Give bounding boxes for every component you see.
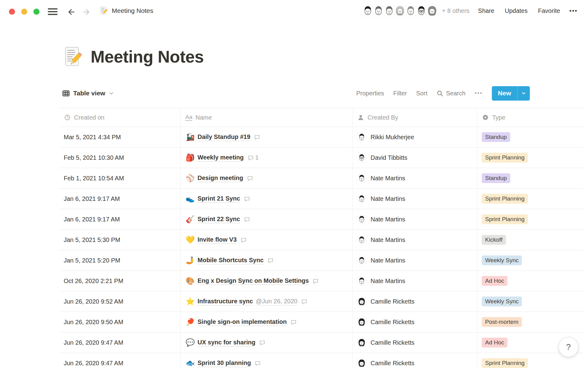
page-name-link[interactable]: Sprint 21 Sync	[198, 195, 240, 203]
created-by-cell[interactable]: David Tibbitts	[352, 148, 477, 168]
table-row[interactable]: Jun 26, 2020 9:50 AM 🏓 Single sign-on im…	[59, 312, 583, 332]
table-row[interactable]: Feb 1, 2021 10:54 AM ⚾ Design meeting Na…	[59, 168, 583, 189]
created-on-cell[interactable]: Jan 6, 2021 9:17 AM	[59, 209, 181, 229]
sort-button[interactable]: Sort	[416, 90, 428, 97]
created-by-cell[interactable]: Nate Martins	[352, 250, 477, 270]
search-button[interactable]: Search	[436, 90, 465, 97]
date-mention[interactable]: @Jun 26, 2020	[256, 298, 297, 305]
filter-button[interactable]: Filter	[393, 90, 407, 97]
column-header-created-on[interactable]: Created on	[59, 108, 181, 127]
help-button[interactable]: ?	[559, 337, 578, 357]
new-dropdown-icon[interactable]	[517, 86, 530, 101]
properties-button[interactable]: Properties	[356, 90, 384, 97]
created-on-cell[interactable]: Jan 6, 2021 9:17 AM	[59, 189, 181, 209]
created-on-cell[interactable]: Oct 26, 2020 2:21 PM	[59, 271, 181, 291]
column-header-type[interactable]: Type	[477, 108, 583, 127]
type-cell[interactable]: Sprint Planning	[477, 148, 583, 168]
page-name-link[interactable]: Sprint 30 planning	[198, 359, 251, 367]
page-name-link[interactable]: Infrastructure sync	[198, 298, 253, 305]
name-cell[interactable]: 🏓 Single sign-on implementation	[181, 312, 352, 332]
updates-button[interactable]: Updates	[505, 7, 528, 14]
table-row[interactable]: Jun 26, 2020 9:52 AM ⭐ Infrastructure sy…	[59, 291, 583, 312]
page-name-link[interactable]: Single sign-on implementation	[198, 318, 287, 326]
table-row[interactable]: Jan 5, 2021 5:20 PM 🤳 Mobile Shortcuts S…	[59, 250, 583, 271]
page-name-link[interactable]: Eng x Design Sync on Mobile Settings	[198, 277, 309, 285]
page-name-link[interactable]: UX sync for sharing	[198, 339, 255, 347]
name-cell[interactable]: 🎨 Eng x Design Sync on Mobile Settings	[181, 271, 352, 291]
created-by-cell[interactable]: Camille Ricketts	[352, 312, 477, 332]
collaborators-others-label[interactable]: + 8 others	[442, 7, 469, 14]
type-cell[interactable]: Weekly Sync	[477, 291, 583, 312]
type-cell[interactable]: Sprint Planning	[477, 209, 583, 229]
name-cell[interactable]: ⚾ Design meeting	[181, 168, 352, 188]
name-cell[interactable]: 🐟 Sprint 30 planning	[181, 353, 352, 368]
table-row[interactable]: Feb 5, 2021 10:30 AM 🎒 Weekly meeting 1 …	[59, 148, 583, 168]
column-header-name[interactable]: Aa Name	[181, 108, 352, 127]
table-row[interactable]: Jun 26, 2020 9:47 AM 🐟 Sprint 30 plannin…	[59, 353, 583, 368]
table-row[interactable]: Jan 6, 2021 9:17 AM 🎸 Sprint 22 Sync Nat…	[59, 209, 583, 230]
name-cell[interactable]: 🎒 Weekly meeting 1	[181, 148, 352, 168]
created-by-cell[interactable]: Nate Martins	[352, 209, 477, 229]
table-row[interactable]: Oct 26, 2020 2:21 PM 🎨 Eng x Design Sync…	[59, 271, 583, 291]
created-by-cell[interactable]: Camille Ricketts	[352, 291, 477, 312]
zoom-window-button[interactable]	[33, 9, 40, 15]
table-row[interactable]: Mar 5, 2021 4:34 PM 🚂 Daily Standup #19 …	[59, 127, 583, 148]
created-on-cell[interactable]: Jan 5, 2021 5:20 PM	[59, 250, 181, 270]
created-by-cell[interactable]: Camille Ricketts	[352, 332, 477, 353]
page-name-link[interactable]: Design meeting	[198, 174, 243, 182]
created-on-cell[interactable]: Jun 26, 2020 9:47 AM	[59, 332, 181, 353]
minimize-window-button[interactable]	[21, 9, 27, 15]
created-on-cell[interactable]: Jun 26, 2020 9:47 AM	[59, 353, 181, 368]
new-button-label[interactable]: New	[492, 86, 517, 101]
more-options-icon[interactable]: •••	[569, 7, 578, 14]
share-button[interactable]: Share	[478, 7, 494, 14]
type-cell[interactable]: Post-mortem	[477, 312, 583, 332]
created-by-cell[interactable]: Camille Ricketts	[352, 353, 477, 368]
view-switcher[interactable]: Table view	[62, 86, 114, 101]
type-cell[interactable]: Standup	[477, 168, 583, 188]
favorite-button[interactable]: Favorite	[538, 7, 560, 14]
created-on-cell[interactable]: Mar 5, 2021 4:34 PM	[59, 127, 181, 147]
table-row[interactable]: Jun 26, 2020 9:47 AM 💬 UX sync for shari…	[59, 332, 583, 353]
collaborator-avatars[interactable]	[361, 4, 439, 17]
name-cell[interactable]: 🤳 Mobile Shortcuts Sync	[181, 250, 352, 270]
page-name-link[interactable]: Invite flow V3	[198, 236, 237, 244]
page-name-link[interactable]: Daily Standup #19	[198, 133, 250, 141]
created-on-cell[interactable]: Feb 5, 2021 10:30 AM	[59, 148, 181, 168]
table-row[interactable]: Jan 5, 2021 5:30 PM 💛 Invite flow V3 Nat…	[59, 230, 583, 250]
page-name-link[interactable]: Sprint 22 Sync	[198, 216, 240, 223]
name-cell[interactable]: 💬 UX sync for sharing	[181, 332, 352, 353]
created-by-cell[interactable]: Rikki Mukherjee	[352, 127, 477, 147]
created-by-cell[interactable]: Nate Martins	[352, 230, 477, 250]
type-cell[interactable]: Kickoff	[477, 230, 583, 250]
created-on-cell[interactable]: Jan 5, 2021 5:30 PM	[59, 230, 181, 250]
column-header-created-by[interactable]: Created By	[352, 108, 477, 127]
forward-arrow-icon[interactable]	[82, 7, 91, 17]
collaborator-avatar[interactable]	[425, 4, 439, 17]
sidebar-menu-icon[interactable]	[48, 8, 58, 17]
created-by-cell[interactable]: Nate Martins	[352, 271, 477, 291]
created-by-cell[interactable]: Nate Martins	[352, 189, 477, 209]
name-cell[interactable]: 🎸 Sprint 22 Sync	[181, 209, 352, 229]
name-cell[interactable]: 🚂 Daily Standup #19	[181, 127, 352, 147]
breadcrumb[interactable]: Meeting Notes	[99, 6, 153, 15]
type-cell[interactable]: Sprint Planning	[477, 189, 583, 209]
page-name-link[interactable]: Mobile Shortcuts Sync	[198, 257, 264, 264]
type-cell[interactable]: Weekly Sync	[477, 250, 583, 270]
page-name-link[interactable]: Weekly meeting	[198, 154, 244, 162]
type-cell[interactable]: Standup	[477, 127, 583, 147]
table-row[interactable]: Jan 6, 2021 9:17 AM 👟 Sprint 21 Sync Nat…	[59, 189, 583, 209]
page-title[interactable]: Meeting Notes	[91, 47, 204, 67]
new-button[interactable]: New	[492, 86, 530, 101]
back-arrow-icon[interactable]	[67, 7, 76, 17]
type-cell[interactable]: Ad Hoc	[477, 271, 583, 291]
view-options-icon[interactable]: •••	[475, 90, 483, 97]
created-on-cell[interactable]: Jun 26, 2020 9:52 AM	[59, 291, 181, 312]
close-window-button[interactable]	[9, 9, 15, 15]
name-cell[interactable]: 💛 Invite flow V3	[181, 230, 352, 250]
created-on-cell[interactable]: Jun 26, 2020 9:50 AM	[59, 312, 181, 332]
name-cell[interactable]: ⭐ Infrastructure sync @Jun 26, 2020	[181, 291, 352, 312]
created-on-cell[interactable]: Feb 1, 2021 10:54 AM	[59, 168, 181, 188]
created-by-cell[interactable]: Nate Martins	[352, 168, 477, 188]
name-cell[interactable]: 👟 Sprint 21 Sync	[181, 189, 352, 209]
